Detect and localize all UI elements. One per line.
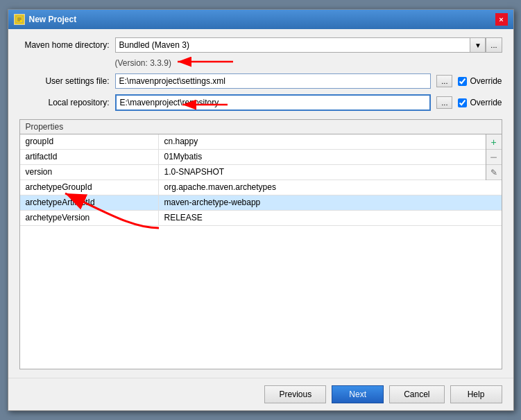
user-settings-input[interactable]: [115, 73, 432, 89]
properties-header: Properties: [20, 120, 502, 134]
prop-row-groupid[interactable]: groupId cn.happy: [20, 134, 502, 150]
prop-value-archetype-artifactid: maven-archetype-webapp: [159, 195, 502, 210]
user-settings-override-checkbox[interactable]: [458, 77, 467, 86]
dialog-footer: Previous Next Cancel Help: [8, 378, 513, 410]
maven-home-dropdown-container: ▼ ...: [115, 37, 502, 53]
user-settings-override-label: Override: [470, 76, 502, 86]
local-repo-override-checkbox[interactable]: [458, 98, 467, 107]
dialog-content: Maven home directory: ▼ ... (Version: 3.…: [8, 29, 513, 378]
maven-home-browse-btn[interactable]: ...: [486, 37, 502, 53]
prop-row-archetype-version[interactable]: archetypeVersion RELEASE: [20, 211, 502, 226]
new-project-dialog: New Project × Maven home directory: ▼ ..…: [8, 9, 514, 411]
dialog-icon: [14, 14, 25, 25]
previous-button[interactable]: Previous: [264, 385, 326, 403]
title-bar-left: New Project: [14, 14, 77, 25]
local-repo-browse-btn[interactable]: ...: [436, 96, 452, 109]
maven-home-row: Maven home directory: ▼ ...: [19, 37, 502, 53]
prop-value-archetype-version: RELEASE: [159, 211, 502, 225]
dialog-title: New Project: [29, 15, 77, 24]
local-repo-label: Local repository:: [19, 98, 110, 107]
version-row: (Version: 3.3.9): [115, 58, 502, 68]
user-settings-override[interactable]: Override: [458, 76, 502, 86]
prop-actions: + − ✎: [486, 134, 502, 180]
prop-add-btn[interactable]: +: [486, 134, 502, 150]
close-button[interactable]: ×: [495, 13, 508, 26]
properties-table: groupId cn.happy artifactId 01Mybatis ve…: [20, 134, 502, 369]
prop-value-version: 1.0-SNAPSHOT: [159, 165, 502, 180]
prop-value-archetype-groupid: org.apache.maven.archetypes: [159, 180, 502, 195]
title-bar: New Project ×: [8, 10, 513, 29]
local-repo-row: Local repository: ... Override: [19, 94, 502, 111]
user-settings-label: User settings file:: [19, 76, 110, 86]
cancel-button[interactable]: Cancel: [389, 385, 444, 403]
local-repo-override-label: Override: [470, 98, 502, 107]
maven-home-input[interactable]: [115, 37, 471, 53]
arrow-archetype-version: [62, 190, 173, 231]
prop-row-artifactid[interactable]: artifactId 01Mybatis: [20, 150, 502, 165]
local-repo-override[interactable]: Override: [458, 98, 502, 107]
prop-remove-btn[interactable]: −: [486, 150, 502, 165]
prop-key-artifactid: artifactId: [20, 150, 159, 164]
prop-edit-btn[interactable]: ✎: [486, 165, 502, 180]
prop-row-version[interactable]: version 1.0-SNAPSHOT: [20, 165, 502, 180]
user-settings-row: User settings file: ... Override: [19, 73, 502, 89]
properties-section: Properties groupId cn.happy artifactId 0…: [19, 119, 502, 369]
arrow-local-repo: [179, 98, 234, 112]
prop-key-groupid: groupId: [20, 134, 159, 149]
user-settings-browse-btn[interactable]: ...: [436, 75, 452, 87]
prop-key-version: version: [20, 165, 159, 180]
maven-home-label: Maven home directory:: [19, 40, 110, 50]
next-button[interactable]: Next: [332, 385, 384, 403]
arrow-version: [171, 51, 240, 72]
prop-value-groupid: cn.happy: [159, 134, 502, 149]
help-button[interactable]: Help: [450, 385, 502, 403]
local-repo-input[interactable]: [115, 94, 432, 111]
maven-home-dropdown-btn[interactable]: ▼: [470, 37, 486, 53]
prop-value-artifactid: 01Mybatis: [159, 150, 502, 164]
version-text: (Version: 3.3.9): [115, 58, 171, 68]
